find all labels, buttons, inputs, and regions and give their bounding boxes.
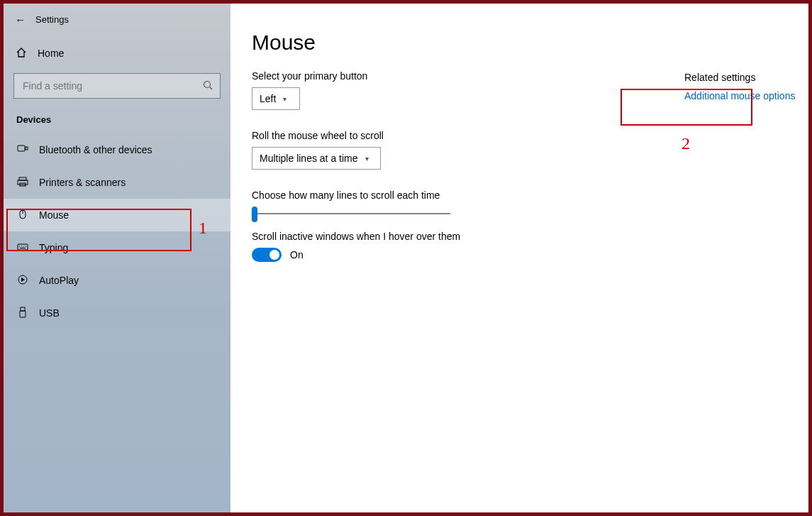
sidebar-item-label: Mouse <box>39 209 69 221</box>
dropdown-value: Left <box>260 93 276 104</box>
lines-label: Choose how many lines to scroll each tim… <box>252 190 621 201</box>
svg-rect-22 <box>20 311 26 317</box>
sidebar-section-label: Devices <box>4 99 230 129</box>
svg-rect-21 <box>21 307 25 311</box>
sidebar-item-usb[interactable]: USB <box>4 297 230 329</box>
svg-rect-9 <box>18 180 28 185</box>
svg-point-4 <box>204 81 211 87</box>
sidebar-item-bluetooth[interactable]: Bluetooth & other devices <box>4 133 230 166</box>
header-row: ← Settings <box>4 4 230 35</box>
sidebar-nav: Bluetooth & other devices Printers & sca… <box>4 129 230 329</box>
svg-rect-8 <box>19 177 26 180</box>
bluetooth-icon <box>16 143 29 157</box>
lines-slider[interactable] <box>252 207 450 221</box>
sidebar-item-mouse[interactable]: Mouse <box>4 199 230 231</box>
svg-marker-20 <box>21 278 25 282</box>
home-icon <box>15 47 28 60</box>
wheel-scroll-label: Roll the mouse wheel to scroll <box>252 130 621 141</box>
wheel-scroll-dropdown[interactable]: Multiple lines at a time ▾ <box>252 147 381 170</box>
inactive-windows-toggle[interactable] <box>252 248 282 262</box>
slider-track <box>253 213 450 214</box>
svg-rect-7 <box>26 147 28 150</box>
svg-rect-13 <box>18 244 28 250</box>
toggle-state-label: On <box>290 249 304 260</box>
search-input[interactable] <box>13 73 221 99</box>
usb-icon <box>16 307 29 320</box>
sidebar-item-typing[interactable]: Typing <box>4 231 230 264</box>
settings-controls: Select your primary button Left ▾ Roll t… <box>252 70 621 262</box>
primary-button-label: Select your primary button <box>252 70 621 82</box>
page-title: Mouse <box>252 31 808 55</box>
svg-rect-6 <box>18 146 25 151</box>
sidebar-item-label: AutoPlay <box>39 275 79 286</box>
mouse-icon <box>16 209 29 222</box>
dropdown-value: Multiple lines at a time <box>260 153 358 164</box>
related-settings: Related settings Additional mouse option… <box>684 70 808 262</box>
back-arrow-icon[interactable]: ← <box>15 13 26 26</box>
keyboard-icon <box>16 241 29 255</box>
sidebar-item-printers[interactable]: Printers & scanners <box>4 166 230 199</box>
slider-thumb[interactable] <box>252 207 257 222</box>
svg-line-5 <box>210 87 213 89</box>
related-settings-title: Related settings <box>684 72 808 83</box>
primary-button-dropdown[interactable]: Left ▾ <box>252 87 300 110</box>
sidebar-item-autoplay[interactable]: AutoPlay <box>4 264 230 297</box>
search-icon <box>203 80 213 92</box>
inactive-windows-label: Scroll inactive windows when I hover ove… <box>252 231 621 242</box>
sidebar-item-home[interactable]: Home <box>4 38 230 69</box>
chevron-down-icon: ▾ <box>365 155 369 163</box>
main-pane: Mouse Select your primary button Left ▾ … <box>230 4 808 512</box>
autoplay-icon <box>16 274 29 287</box>
window-title: Settings <box>35 14 69 25</box>
toggle-knob <box>269 250 279 260</box>
additional-mouse-options-link[interactable]: Additional mouse options <box>684 90 808 101</box>
sidebar-item-label: Printers & scanners <box>39 177 126 188</box>
search-input-field[interactable] <box>21 79 203 92</box>
settings-window: ← Settings Home Devices Bluetooth & othe… <box>4 4 808 512</box>
sidebar-item-label: USB <box>39 307 60 319</box>
home-label: Home <box>38 48 64 59</box>
sidebar-item-label: Typing <box>39 242 68 253</box>
sidebar: ← Settings Home Devices Bluetooth & othe… <box>4 4 230 512</box>
chevron-down-icon: ▾ <box>283 95 287 103</box>
printer-icon <box>16 176 29 190</box>
sidebar-item-label: Bluetooth & other devices <box>39 144 152 155</box>
